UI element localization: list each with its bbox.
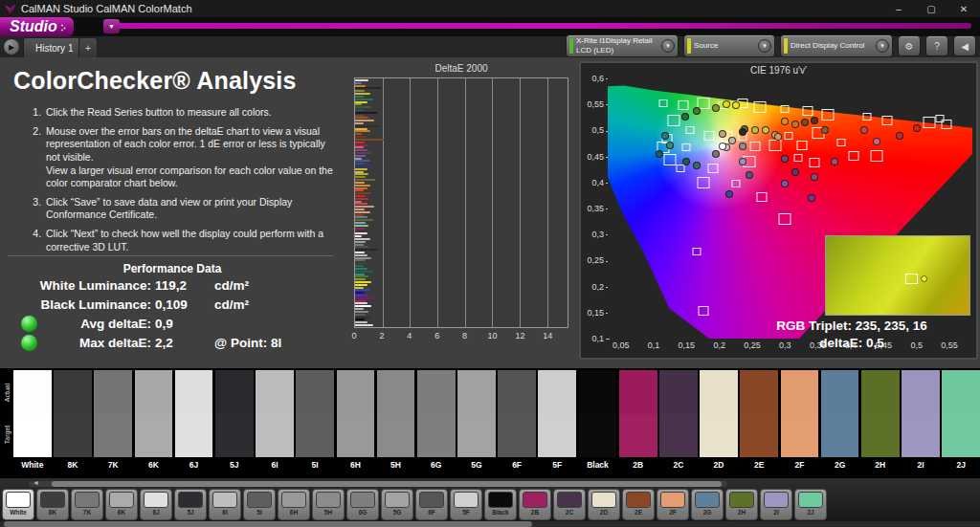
scroll-left-icon[interactable]: ◄ bbox=[33, 479, 39, 486]
session-menu-button[interactable]: ▶ bbox=[3, 38, 20, 55]
deltae-bar[interactable] bbox=[355, 182, 365, 184]
deltae-bar[interactable] bbox=[355, 203, 368, 205]
target-point[interactable] bbox=[667, 115, 679, 126]
deltae-bar[interactable] bbox=[355, 222, 366, 224]
target-point[interactable] bbox=[784, 132, 792, 140]
comparator-swatch-6F[interactable]: 6F bbox=[498, 370, 536, 477]
measured-point[interactable] bbox=[751, 126, 759, 134]
deltae-bar[interactable] bbox=[355, 289, 370, 291]
deltae-bar[interactable] bbox=[355, 189, 364, 191]
target-point[interactable] bbox=[781, 105, 790, 113]
patch-button-2E[interactable]: 2E bbox=[622, 489, 655, 520]
target-point[interactable] bbox=[769, 140, 782, 151]
target-point[interactable] bbox=[849, 151, 859, 161]
deltae-bar[interactable] bbox=[355, 259, 366, 261]
measured-point[interactable] bbox=[831, 158, 838, 165]
deltae-bar[interactable] bbox=[355, 206, 374, 208]
measured-point[interactable] bbox=[791, 168, 799, 176]
target-point[interactable] bbox=[704, 131, 715, 141]
deltae-bar[interactable] bbox=[355, 262, 370, 264]
patch-button-2F[interactable]: 2F bbox=[657, 489, 689, 520]
patch-button-2C[interactable]: 2C bbox=[553, 489, 586, 520]
patch-button-5H[interactable]: 5H bbox=[312, 489, 345, 520]
target-point[interactable] bbox=[685, 126, 694, 134]
deltae-bar[interactable] bbox=[355, 305, 371, 307]
logo-menu-button[interactable]: ▼ bbox=[103, 19, 120, 33]
deltae-bar[interactable] bbox=[355, 152, 371, 154]
deltae-bar[interactable] bbox=[355, 130, 370, 132]
measured-point[interactable] bbox=[728, 137, 736, 144]
comparator-swatch-2J[interactable]: 2J bbox=[942, 370, 980, 477]
deltae-bar[interactable] bbox=[355, 308, 364, 310]
patch-button-Black[interactable]: Black bbox=[484, 489, 517, 520]
deltae-bar[interactable] bbox=[355, 96, 364, 98]
deltae-bar[interactable] bbox=[355, 271, 373, 273]
comparator-swatch-2I[interactable]: 2I bbox=[902, 370, 940, 477]
deltae-bar[interactable] bbox=[355, 82, 362, 84]
comparator-swatch-6J[interactable]: 6J bbox=[175, 370, 213, 477]
measured-point[interactable] bbox=[712, 150, 720, 158]
patch-button-7K[interactable]: 7K bbox=[71, 489, 103, 520]
comparator-swatch-6G[interactable]: 6G bbox=[417, 370, 456, 477]
deltae-bar[interactable] bbox=[355, 238, 370, 240]
help-button[interactable]: ? bbox=[925, 35, 948, 56]
deltae-bar[interactable] bbox=[355, 85, 366, 87]
display-control-dropdown[interactable]: Direct Display Control ▼ bbox=[780, 34, 893, 57]
deltae-bar[interactable] bbox=[355, 284, 368, 286]
deltae-bar[interactable] bbox=[355, 179, 375, 181]
measured-point[interactable] bbox=[681, 113, 689, 121]
comparator-swatch-7K[interactable]: 7K bbox=[94, 370, 132, 477]
comparator-swatch-5I[interactable]: 5I bbox=[296, 370, 334, 477]
deltae-bar[interactable] bbox=[355, 292, 365, 294]
deltae-bar[interactable] bbox=[355, 257, 371, 259]
target-point[interactable] bbox=[659, 99, 668, 107]
patch-button-2B[interactable]: 2B bbox=[519, 489, 551, 520]
patch-button-White[interactable]: White bbox=[2, 489, 34, 520]
deltae-bar[interactable] bbox=[355, 244, 364, 246]
deltae-bar[interactable] bbox=[355, 171, 364, 173]
target-point[interactable] bbox=[821, 109, 834, 121]
deltae-bar[interactable] bbox=[355, 254, 368, 256]
swatch-scrollbar-bottom[interactable] bbox=[0, 521, 980, 527]
deltae-bar[interactable] bbox=[355, 249, 377, 251]
measured-point[interactable] bbox=[656, 150, 663, 158]
deltae-bar[interactable] bbox=[355, 300, 366, 302]
deltae-bar[interactable] bbox=[355, 278, 366, 280]
patch-button-5I[interactable]: 5I bbox=[243, 489, 276, 520]
deltae-bar[interactable] bbox=[355, 176, 366, 178]
patch-button-2G[interactable]: 2G bbox=[691, 489, 724, 520]
deltae-bar[interactable] bbox=[355, 324, 373, 326]
deltae-bar[interactable] bbox=[355, 228, 365, 230]
deltae-bar[interactable] bbox=[355, 209, 365, 210]
measured-point[interactable] bbox=[860, 126, 868, 134]
deltae-bar[interactable] bbox=[355, 195, 366, 197]
target-point[interactable] bbox=[698, 306, 708, 316]
deltae-bar[interactable] bbox=[355, 216, 368, 218]
comparator-swatch-2G[interactable]: 2G bbox=[821, 370, 859, 477]
swatch-scrollbar-top[interactable]: ◄ bbox=[29, 481, 727, 487]
deltae-bar[interactable] bbox=[355, 225, 368, 227]
deltae-bar[interactable] bbox=[355, 106, 371, 108]
target-point[interactable] bbox=[871, 150, 883, 162]
patch-button-6G[interactable]: 6G bbox=[346, 489, 379, 520]
measured-point[interactable] bbox=[739, 143, 746, 150]
close-icon[interactable]: ✕ bbox=[947, 0, 980, 17]
target-point[interactable] bbox=[941, 120, 951, 129]
comparator-swatch-5G[interactable]: 5G bbox=[457, 370, 496, 477]
comparator-swatch-6I[interactable]: 6I bbox=[256, 370, 294, 477]
deltae-bar[interactable] bbox=[355, 231, 371, 232]
measured-point[interactable] bbox=[693, 162, 701, 169]
target-point[interactable] bbox=[836, 139, 845, 146]
deltae-bar[interactable] bbox=[355, 235, 362, 237]
deltae-bar[interactable] bbox=[355, 311, 368, 313]
deltae-bar[interactable] bbox=[355, 211, 370, 213]
deltae-bar[interactable] bbox=[355, 109, 366, 111]
comparator-swatch-6H[interactable]: 6H bbox=[337, 370, 375, 477]
target-point[interactable] bbox=[779, 213, 791, 225]
deltae-bar[interactable] bbox=[355, 314, 366, 316]
target-point[interactable] bbox=[692, 248, 701, 255]
patch-button-8K[interactable]: 8K bbox=[36, 489, 69, 520]
measured-point[interactable] bbox=[732, 101, 740, 109]
deltae-bar[interactable] bbox=[355, 155, 366, 157]
scrollbar-thumb[interactable] bbox=[52, 481, 722, 487]
